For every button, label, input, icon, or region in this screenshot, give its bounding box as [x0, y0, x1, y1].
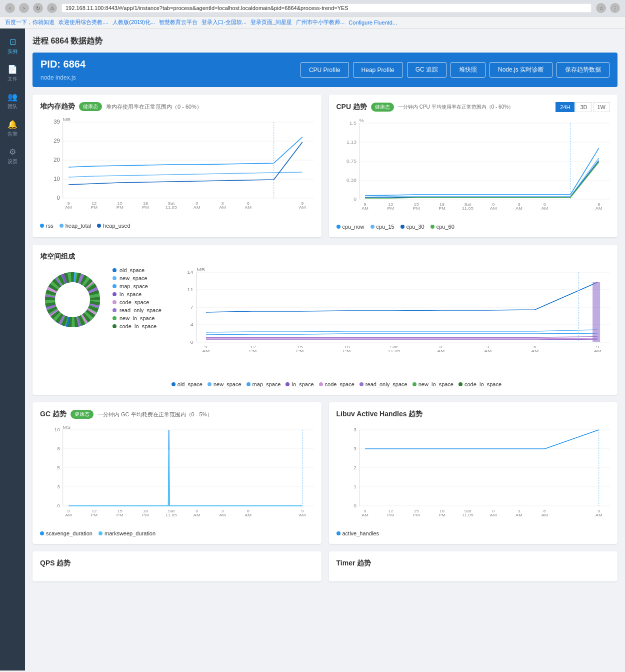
svg-text:PM: PM — [116, 205, 124, 210]
svg-text:%: % — [359, 118, 364, 123]
svg-text:PM: PM — [438, 513, 446, 517]
sidebar-item-settings[interactable]: ⚙ 设置 — [2, 144, 22, 169]
hc-legend-readonly: read_only_space — [360, 381, 408, 387]
home-btn[interactable]: ⚠ — [47, 3, 57, 13]
gc-trace-btn[interactable]: GC 追踪 — [407, 62, 446, 78]
gc-chart: 10 8 5 3 0 MS 9 AM 12 PM 15 PM 18 PM Sat… — [40, 425, 314, 525]
bookmark-4[interactable]: 智慧教育云平台 — [159, 19, 198, 26]
time-1w[interactable]: 1W — [593, 102, 610, 112]
svg-text:4: 4 — [190, 322, 194, 327]
svg-text:PM: PM — [91, 513, 98, 517]
new-lo-space-dot — [112, 316, 116, 320]
timer-section-header: Timer 趋势 — [336, 559, 610, 568]
browser-chrome: ‹ › ↻ ⚠ ☆ ⋮ — [0, 0, 625, 17]
bookmark-2[interactable]: 欢迎使用综合类教.... — [58, 19, 108, 26]
svg-text:0: 0 — [190, 340, 194, 345]
memory-chart-wrapper: 39 29 20 10 0 MB 9 AM 12 PM 15 PM 18 — [40, 117, 314, 219]
bookmark-3[interactable]: 人教版(2019)化... — [112, 19, 155, 26]
svg-text:PM: PM — [387, 206, 394, 211]
donut-svg — [40, 267, 105, 332]
svg-text:AM: AM — [194, 205, 200, 210]
heap-comp-chart-svg: 14 11 7 4 0 MB 9 AM 12 PM 15 PM 18 PM — [172, 267, 610, 377]
cpu-chart-wrapper: 1.5 1.13 0.75 0.38 0 % 9 AM 12 PM 15 PM … — [336, 118, 610, 220]
svg-text:PM: PM — [343, 349, 350, 353]
bookmark-7[interactable]: 广州市中小学教师... — [296, 19, 344, 26]
back-btn[interactable]: ‹ — [5, 3, 15, 13]
heap-profile-btn[interactable]: Heap Profile — [353, 62, 403, 78]
code-lo-space-label: code_lo_space — [120, 323, 156, 329]
settings-icon: ⚙ — [9, 147, 16, 157]
svg-text:PM: PM — [296, 349, 304, 353]
bookmark-1[interactable]: 百度一下，你就知道 — [5, 19, 54, 26]
sidebar-item-team[interactable]: 👥 团队 — [2, 89, 22, 114]
svg-text:AM: AM — [362, 206, 368, 211]
svg-text:AM: AM — [194, 513, 200, 517]
legend-map-space: map_space — [112, 283, 162, 289]
heap-comp-content: old_space new_space map_space lo_sp — [40, 267, 610, 387]
save-trend-btn[interactable]: 保存趋势数据 — [556, 62, 610, 78]
svg-text:AM: AM — [595, 513, 602, 517]
sidebar-label-team: 团队 — [8, 103, 18, 110]
bookmark-btn[interactable]: ☆ — [596, 3, 606, 13]
sidebar-item-alert[interactable]: 🔔 告警 — [2, 116, 22, 141]
svg-text:AM: AM — [541, 206, 548, 211]
memory-section-header: 堆内存趋势 健康态 堆内存使用率在正常范围内（0 - 60%） — [40, 102, 314, 111]
hc-legend-old: old_space — [172, 381, 202, 387]
instance-icon: ⊡ — [10, 37, 16, 47]
sidebar-item-file[interactable]: 📄 文件 — [2, 61, 22, 86]
qps-timer-section: QPS 趋势 Timer 趋势 — [32, 551, 618, 589]
svg-text:AM: AM — [202, 349, 210, 353]
time-24h[interactable]: 24H — [556, 102, 574, 112]
timer-section: Timer 趋势 — [329, 551, 618, 581]
hc-legend-map: map_space — [246, 381, 281, 387]
libuv-title: Libuv Active Handles 趋势 — [336, 410, 423, 419]
svg-text:PM: PM — [387, 513, 394, 517]
legend-code-lo-space: code_lo_space — [112, 323, 162, 329]
bookmark-6[interactable]: 登录页面_问星星 — [250, 19, 292, 26]
cpu-profile-btn[interactable]: CPU Profile — [300, 62, 349, 78]
sidebar-item-instance[interactable]: ⊡ 实例 — [2, 34, 22, 59]
svg-text:1: 1 — [354, 484, 356, 489]
cpu-30-label: cpu_30 — [406, 224, 424, 230]
new-space-dot — [112, 276, 116, 280]
gc-section: GC 趋势 健康态 一分钟内 GC 平均耗费在正常范围内（0 - 5%） 10 … — [32, 402, 322, 544]
svg-text:11.05: 11.05 — [166, 513, 177, 517]
alert-icon: 🔔 — [8, 120, 18, 129]
memory-chart: 39 29 20 10 0 MB 9 AM 12 PM 15 PM 18 — [40, 117, 314, 217]
svg-text:AM: AM — [65, 513, 72, 517]
svg-text:1.13: 1.13 — [346, 140, 356, 145]
marksweep-dot — [98, 531, 102, 535]
svg-text:20: 20 — [54, 157, 60, 163]
sidebar-label-alert: 告警 — [8, 131, 18, 138]
memory-status: 健康态 — [79, 102, 102, 111]
bookmark-8[interactable]: Configure Fluentd... — [348, 20, 397, 26]
svg-text:PM: PM — [412, 513, 420, 517]
hc-legend-newlo: new_lo_space — [412, 381, 454, 387]
svg-text:0: 0 — [354, 197, 356, 202]
legend-scavenge: scavenge_duration — [40, 530, 92, 536]
nodejs-diag-btn[interactable]: Node.js 实时诊断 — [490, 62, 552, 78]
sidebar-label-settings: 设置 — [8, 158, 18, 165]
legend-old-space: old_space — [112, 267, 162, 273]
heap-comp-chart-legend: old_space new_space map_space lo_space c… — [172, 381, 610, 387]
time-3d[interactable]: 3D — [576, 102, 592, 112]
heap-snapshot-btn[interactable]: 堆快照 — [450, 62, 486, 78]
svg-text:MS: MS — [63, 425, 70, 430]
legend-new-lo-space: new_lo_space — [112, 315, 162, 321]
cpu-now-dot — [336, 225, 340, 229]
cpu-now-label: cpu_now — [342, 224, 364, 230]
gc-status: 健康态 — [70, 410, 94, 419]
refresh-btn[interactable]: ↻ — [33, 3, 43, 13]
legend-code-space: code_space — [112, 299, 162, 305]
cpu-section-header: CPU 趋势 健康态 一分钟内 CPU 平均使用率在正常范围内（0 - 60%）… — [336, 102, 610, 112]
legend-heap-used: heap_used — [97, 223, 130, 229]
bookmark-5[interactable]: 登录入口-全国软... — [202, 19, 246, 26]
menu-btn[interactable]: ⋮ — [610, 3, 620, 13]
app-container: ⊡ 实例 📄 文件 👥 团队 🔔 告警 ⚙ 设置 进程 6864 数据趋势 PI… — [0, 29, 625, 670]
map-space-label: map_space — [120, 283, 148, 289]
svg-text:AM: AM — [219, 205, 226, 210]
legend-lo-space: lo_space — [112, 291, 162, 297]
url-bar[interactable] — [61, 3, 592, 13]
svg-text:3: 3 — [57, 484, 60, 489]
forward-btn[interactable]: › — [19, 3, 29, 13]
